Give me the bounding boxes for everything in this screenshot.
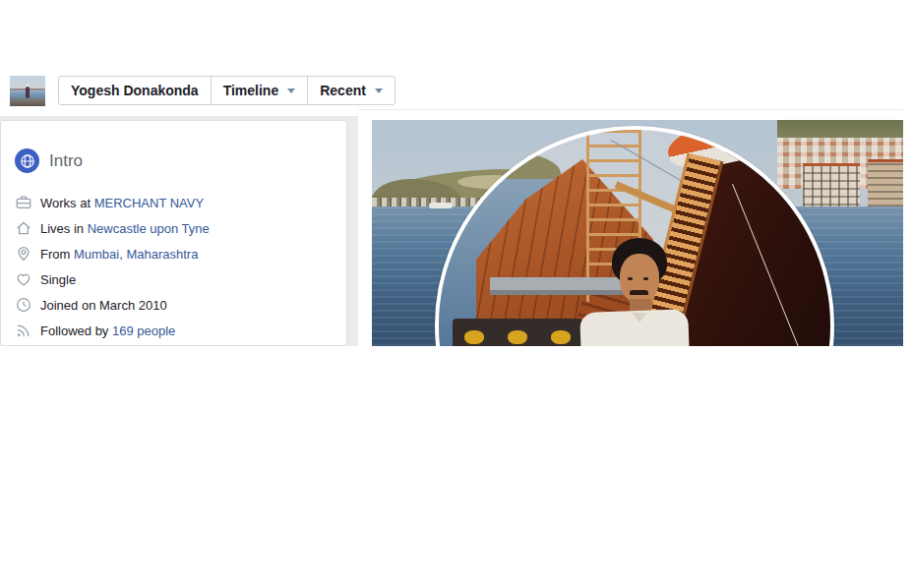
intro-title: Intro: [49, 151, 83, 171]
globe-icon: [15, 148, 39, 173]
column-gutter: [358, 116, 372, 346]
heart-icon: [15, 270, 32, 288]
profile-name-button[interactable]: Yogesh Donakonda: [59, 77, 211, 104]
intro-row-relationship: Single: [15, 266, 333, 292]
profile-photo-man-mustache: [630, 290, 648, 295]
joined-date: Joined on March 2010: [40, 298, 167, 313]
content-top-divider: [358, 109, 903, 110]
profile-thumbnail-photo[interactable]: [10, 76, 45, 106]
profile-photo-man-face: [620, 254, 659, 303]
work-prefix: Works at: [40, 196, 91, 210]
intro-header: Intro: [15, 148, 333, 173]
lives-text: Lives in Newcastle upon Tyne: [40, 221, 210, 236]
intro-row-followed: Followed by 169 people: [15, 318, 333, 343]
profile-photo-deck-machinery: [453, 319, 582, 346]
follow-waves-icon: [15, 322, 32, 339]
relationship-text: Single: [40, 272, 76, 287]
intro-row-from: From Mumbai, Maharashtra: [15, 241, 333, 266]
from-prefix: From: [40, 247, 70, 262]
cover-boat: [429, 203, 453, 208]
recent-label: Recent: [320, 83, 366, 98]
profile-nav-button-group: Yogesh Donakonda Timeline Recent: [58, 76, 395, 105]
lives-prefix: Lives in: [40, 221, 84, 236]
profile-photo-man-eye: [628, 277, 633, 280]
intro-row-joined: Joined on March 2010: [15, 292, 333, 318]
followers-count-link[interactable]: 169 people: [112, 323, 175, 338]
clock-icon: [15, 296, 32, 314]
page: Yogesh Donakonda Timeline Recent Intro: [0, 0, 912, 588]
intro-row-lives: Lives in Newcastle upon Tyne: [15, 215, 333, 241]
current-city-link[interactable]: Newcastle upon Tyne: [88, 221, 210, 236]
followed-prefix: Followed by: [40, 323, 108, 338]
chevron-down-icon: [287, 88, 295, 97]
from-text: From Mumbai, Maharashtra: [40, 247, 198, 262]
chevron-down-icon: [375, 88, 383, 97]
joined-text: Joined on March 2010: [40, 298, 167, 313]
intro-card: Intro Works at MERCHANT NAVY: [0, 120, 347, 346]
relationship-status: Single: [40, 272, 76, 287]
thumbnail-person-detail: [26, 87, 30, 98]
home-icon: [15, 219, 32, 237]
followed-text: Followed by 169 people: [40, 323, 175, 338]
hometown-link[interactable]: Mumbai, Maharashtra: [74, 247, 198, 262]
cover-building-small: [868, 159, 903, 213]
timeline-label: Timeline: [223, 83, 279, 98]
recent-sort-dropdown-button[interactable]: Recent: [307, 77, 395, 104]
intro-row-work: Works at MERCHANT NAVY: [15, 190, 333, 215]
cover-town-right: [777, 120, 903, 213]
cover-photo[interactable]: [372, 120, 903, 346]
intro-rows: Works at MERCHANT NAVY Lives in Newcastl…: [15, 190, 333, 343]
profile-photo[interactable]: [435, 126, 834, 346]
location-pin-icon: [15, 245, 32, 263]
briefcase-icon: [15, 194, 32, 211]
workplace-link[interactable]: MERCHANT NAVY: [94, 196, 204, 210]
profile-photo-man-eye: [643, 277, 648, 280]
work-text: Works at MERCHANT NAVY: [40, 196, 204, 210]
timeline-dropdown-button[interactable]: Timeline: [211, 77, 308, 104]
